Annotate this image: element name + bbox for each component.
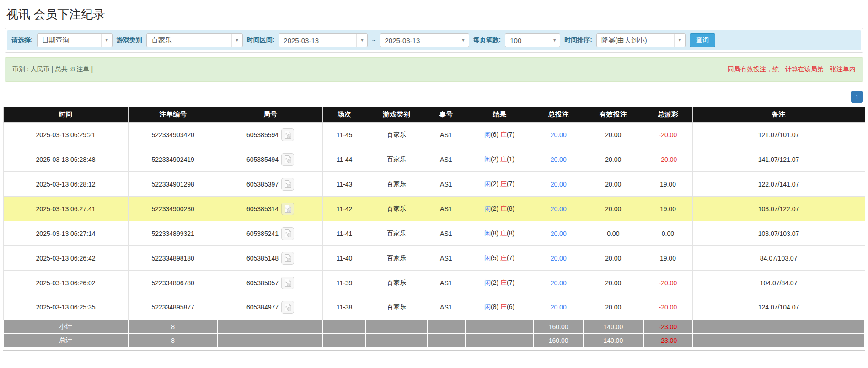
session-cell: 11-44 bbox=[323, 147, 366, 172]
payout-cell: -20.00 bbox=[643, 123, 692, 147]
valid-bet-cell: 20.00 bbox=[583, 172, 643, 197]
video-replay-button[interactable] bbox=[281, 203, 294, 215]
table-row[interactable]: 2025-03-13 06:27:14522334899321605385241… bbox=[3, 221, 865, 246]
round-cell: 605385057 bbox=[218, 271, 323, 295]
video-replay-button[interactable] bbox=[281, 252, 294, 265]
query-type-label: 请选择: bbox=[11, 36, 33, 44]
query-type-select[interactable]: 日期查询 ▼ bbox=[37, 33, 113, 47]
chevron-down-icon: ▼ bbox=[549, 34, 560, 47]
result-banker-count: (6) bbox=[507, 303, 514, 310]
session-cell: 11-40 bbox=[323, 246, 366, 271]
date-to-select[interactable]: 2025-03-13 ▼ bbox=[380, 33, 469, 47]
total-bet-cell[interactable]: 20.00 bbox=[534, 197, 583, 221]
video-file-icon bbox=[284, 130, 292, 139]
total-bet-cell[interactable]: 20.00 bbox=[534, 123, 583, 147]
table-row[interactable]: 2025-03-13 06:29:21522334903420605385594… bbox=[3, 123, 865, 147]
table-row[interactable]: 2025-03-13 06:26:02522334896780605385057… bbox=[3, 271, 865, 295]
valid-bet-cell: 0.00 bbox=[583, 221, 643, 246]
subtotal-valid-bet: 140.00 bbox=[583, 320, 643, 334]
result-player-count: (5) bbox=[491, 254, 498, 261]
game-cell: 百家乐 bbox=[366, 123, 427, 147]
total-bet-cell[interactable]: 20.00 bbox=[534, 172, 583, 197]
result-player-count: (2) bbox=[491, 155, 498, 163]
result-player-label: 闲 bbox=[484, 155, 491, 163]
page-1-button[interactable]: 1 bbox=[851, 91, 863, 103]
time-cell: 2025-03-13 06:28:48 bbox=[3, 147, 128, 172]
total-bet-cell[interactable]: 20.00 bbox=[534, 271, 583, 295]
total-bet-cell[interactable]: 20.00 bbox=[534, 147, 583, 172]
result-banker-count: (8) bbox=[507, 205, 514, 212]
remark-cell: 124.07/104.07 bbox=[692, 295, 865, 320]
table-row[interactable]: 2025-03-13 06:27:41522334900230605385314… bbox=[3, 197, 865, 221]
subtotal-label: 小计 bbox=[3, 320, 128, 334]
video-replay-button[interactable] bbox=[281, 128, 294, 141]
table-row[interactable]: 2025-03-13 06:26:42522334898180605385148… bbox=[3, 246, 865, 271]
round-cell: 605385314 bbox=[218, 197, 323, 221]
time-cell: 2025-03-13 06:28:12 bbox=[3, 172, 128, 197]
video-replay-button[interactable] bbox=[281, 277, 294, 289]
result-cell: 闲(2) 庄(7) bbox=[465, 172, 534, 197]
time-cell: 2025-03-13 06:26:42 bbox=[3, 246, 128, 271]
valid-bet-cell: 20.00 bbox=[583, 147, 643, 172]
video-replay-button[interactable] bbox=[281, 301, 294, 314]
result-player-count: (2) bbox=[491, 279, 498, 286]
result-cell: 闲(8) 庄(8) bbox=[465, 221, 534, 246]
query-type-value: 日期查询 bbox=[38, 36, 74, 45]
total-bet-cell[interactable]: 20.00 bbox=[534, 246, 583, 271]
pagination: 1 bbox=[5, 91, 863, 103]
subtotal-row: 小计8160.00140.00-23.00 bbox=[3, 320, 865, 334]
column-header-6: 结果 bbox=[465, 107, 534, 123]
time-sort-select[interactable]: 降幂(由大到小) ▼ bbox=[596, 33, 686, 47]
round-number: 605385057 bbox=[246, 279, 279, 287]
result-cell: 闲(8) 庄(6) bbox=[465, 295, 534, 320]
total-bet-cell[interactable]: 20.00 bbox=[534, 295, 583, 320]
round-cell: 605385397 bbox=[218, 172, 323, 197]
session-cell: 11-45 bbox=[323, 123, 366, 147]
video-file-icon bbox=[284, 204, 292, 213]
table-no-cell: AS1 bbox=[427, 295, 465, 320]
result-cell: 闲(5) 庄(7) bbox=[465, 246, 534, 271]
column-header-1: 注单编号 bbox=[128, 107, 218, 123]
time-cell: 2025-03-13 06:29:21 bbox=[3, 123, 128, 147]
per-page-select[interactable]: 100 ▼ bbox=[505, 33, 560, 47]
date-from-value: 2025-03-13 bbox=[279, 37, 323, 44]
result-player-count: (8) bbox=[491, 303, 498, 310]
game-category-value: 百家乐 bbox=[147, 36, 177, 45]
chevron-down-icon: ▼ bbox=[674, 34, 685, 47]
table-row[interactable]: 2025-03-13 06:25:35522334895877605384977… bbox=[3, 295, 865, 320]
round-number: 605385494 bbox=[246, 156, 279, 163]
bet-id-cell: 522334903420 bbox=[128, 123, 218, 147]
video-replay-button[interactable] bbox=[281, 227, 294, 240]
search-button[interactable]: 查询 bbox=[690, 33, 715, 47]
session-cell: 11-39 bbox=[323, 271, 366, 295]
chevron-down-icon: ▼ bbox=[231, 34, 242, 47]
round-number: 605385148 bbox=[246, 255, 279, 262]
table-row[interactable]: 2025-03-13 06:28:12522334901298605385397… bbox=[3, 172, 865, 197]
result-banker-count: (1) bbox=[507, 155, 514, 163]
result-cell: 闲(2) 庄(8) bbox=[465, 197, 534, 221]
game-cell: 百家乐 bbox=[366, 147, 427, 172]
game-cell: 百家乐 bbox=[366, 221, 427, 246]
column-header-0: 时间 bbox=[3, 107, 128, 123]
table-row[interactable]: 2025-03-13 06:28:48522334902419605385494… bbox=[3, 147, 865, 172]
video-file-icon bbox=[284, 155, 292, 164]
time-cell: 2025-03-13 06:27:41 bbox=[3, 197, 128, 221]
round-cell: 605385494 bbox=[218, 147, 323, 172]
valid-bet-cell: 20.00 bbox=[583, 246, 643, 271]
video-file-icon bbox=[284, 278, 292, 287]
game-cell: 百家乐 bbox=[366, 246, 427, 271]
table-no-cell: AS1 bbox=[427, 123, 465, 147]
result-banker-count: (7) bbox=[507, 254, 514, 261]
round-cell: 605385148 bbox=[218, 246, 323, 271]
column-header-5: 桌号 bbox=[427, 107, 465, 123]
total-row: 总计8160.00140.00-23.00 bbox=[3, 334, 865, 347]
video-replay-button[interactable] bbox=[281, 153, 294, 166]
date-from-select[interactable]: 2025-03-13 ▼ bbox=[279, 33, 368, 47]
video-replay-button[interactable] bbox=[281, 178, 294, 191]
game-category-select[interactable]: 百家乐 ▼ bbox=[146, 33, 243, 47]
result-cell: 闲(2) 庄(1) bbox=[465, 147, 534, 172]
result-player-label: 闲 bbox=[484, 180, 491, 187]
total-bet-cell[interactable]: 20.00 bbox=[534, 221, 583, 246]
game-cell: 百家乐 bbox=[366, 197, 427, 221]
result-banker-label: 庄 bbox=[500, 279, 507, 286]
